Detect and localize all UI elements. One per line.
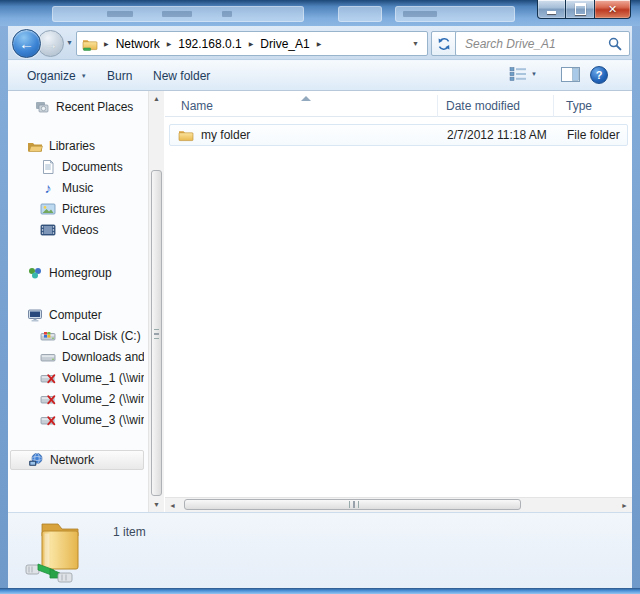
explorer-window: ✕ ← → ▼ ▶ Network ▶ 192.168.0.1 ▶ Drive_…	[0, 0, 640, 594]
refresh-button[interactable]	[431, 31, 457, 56]
titlebar-ghost-reflection	[338, 6, 382, 22]
new-folder-button[interactable]: New folder	[146, 65, 217, 87]
scroll-down-icon: ▼	[153, 501, 160, 508]
sidebar-item-computer[interactable]: Computer	[10, 305, 144, 325]
change-view-button[interactable]: ▼	[509, 66, 537, 82]
scroll-down-button[interactable]: ▼	[149, 497, 164, 512]
sidebar-item-label: Documents	[62, 160, 123, 174]
sidebar-item-label: Network	[50, 453, 94, 467]
scroll-up-button[interactable]: ▲	[149, 91, 164, 106]
column-label: Type	[566, 99, 592, 113]
address-band: ← → ▼ ▶ Network ▶ 192.168.0.1 ▶ Drive_A1…	[8, 26, 632, 60]
shared-folder-icon	[82, 36, 98, 52]
back-arrow-icon: ←	[19, 36, 34, 51]
breadcrumb-separator-icon: ▶	[161, 40, 178, 47]
breadcrumb-separator-icon: ▶	[311, 40, 328, 47]
sidebar-item-volume-1[interactable]: Volume_1 (\\win	[10, 368, 144, 388]
network-shared-folder-icon	[24, 516, 94, 589]
file-list-pane: Name Date modified Type my folder 2/7/20…	[165, 91, 632, 512]
views-icon	[509, 66, 527, 82]
breadcrumb-drive[interactable]: Drive_A1	[259, 35, 310, 53]
titlebar[interactable]: ✕	[0, 0, 640, 26]
sidebar-scrollbar[interactable]: ▲ ▼	[148, 91, 164, 512]
burn-label: Burn	[107, 69, 132, 83]
file-name: my folder	[201, 128, 250, 142]
help-button[interactable]: ?	[590, 66, 608, 84]
address-breadcrumb-bar[interactable]: ▶ Network ▶ 192.168.0.1 ▶ Drive_A1 ▶ ▼	[76, 31, 428, 56]
sidebar-item-label: Pictures	[62, 202, 105, 216]
sidebar-item-label: Local Disk (C:)	[62, 329, 141, 343]
sidebar-item-label: Downloads and M	[62, 350, 144, 364]
videos-icon	[40, 222, 56, 238]
forward-arrow-icon: →	[43, 36, 58, 51]
refresh-icon	[436, 36, 452, 52]
close-button[interactable]: ✕	[595, 0, 631, 19]
sidebar-item-label: Computer	[49, 308, 102, 322]
scroll-left-button[interactable]: ◄	[165, 498, 180, 513]
scrollbar-grip	[154, 329, 159, 339]
file-row-my-folder[interactable]: my folder 2/7/2012 11:18 AM File folder	[169, 124, 628, 146]
help-icon: ?	[596, 69, 603, 81]
sidebar-scrollbar-thumb[interactable]	[151, 170, 162, 496]
address-dropdown-caret-icon[interactable]: ▼	[412, 40, 419, 47]
sidebar-item-videos[interactable]: Videos	[10, 220, 144, 240]
sidebar-item-label: Libraries	[49, 139, 95, 153]
local-disk-icon	[40, 328, 56, 344]
sidebar-item-label: Volume_3 (\\win	[62, 413, 144, 427]
chevron-down-icon: ▼	[81, 73, 87, 79]
scroll-right-button[interactable]: ►	[617, 498, 632, 513]
sidebar-item-recent-places[interactable]: Recent Places	[10, 97, 144, 117]
minimize-button[interactable]	[537, 0, 566, 19]
file-type: File folder	[567, 128, 620, 142]
column-headers: Name Date modified Type	[165, 91, 632, 117]
column-header-name[interactable]: Name	[165, 95, 438, 117]
column-header-date-modified[interactable]: Date modified	[438, 95, 554, 117]
sidebar-item-local-disk-c[interactable]: Local Disk (C:)	[10, 326, 144, 346]
back-button[interactable]: ←	[12, 29, 41, 58]
sidebar-item-volume-2[interactable]: Volume_2 (\\win	[10, 389, 144, 409]
column-label: Name	[181, 99, 213, 113]
titlebar-ghost-reflection	[395, 6, 515, 22]
minimize-icon	[547, 11, 556, 14]
sort-ascending-icon	[301, 96, 311, 101]
pictures-icon	[40, 201, 56, 217]
column-label: Date modified	[446, 99, 520, 113]
titlebar-ghost-reflection	[52, 6, 304, 22]
forward-button[interactable]: →	[37, 30, 64, 57]
window-controls: ✕	[537, 0, 631, 19]
content-area: Recent Places Libraries Documents ♪ Musi…	[8, 91, 632, 512]
music-icon: ♪	[40, 180, 56, 196]
disconnected-drive-icon	[40, 370, 56, 386]
breadcrumb-separator-icon: ▶	[98, 40, 115, 47]
computer-icon	[27, 307, 43, 323]
sidebar-item-volume-3[interactable]: Volume_3 (\\win	[10, 410, 144, 430]
breadcrumb-network[interactable]: Network	[115, 35, 161, 53]
maximize-button[interactable]	[566, 0, 595, 19]
sidebar-item-label: Recent Places	[56, 100, 133, 114]
breadcrumb-host[interactable]: 192.168.0.1	[177, 35, 242, 53]
scroll-up-icon: ▲	[153, 95, 160, 102]
preview-pane-button[interactable]	[561, 67, 580, 82]
search-input[interactable]	[456, 37, 607, 51]
disconnected-drive-icon	[40, 391, 56, 407]
burn-button[interactable]: Burn	[100, 65, 139, 87]
scroll-left-icon: ◄	[169, 502, 176, 509]
sidebar-item-label: Volume_2 (\\win	[62, 392, 144, 406]
sidebar-item-pictures[interactable]: Pictures	[10, 199, 144, 219]
history-dropdown-caret-icon[interactable]: ▼	[66, 39, 73, 46]
organize-button[interactable]: Organize ▼	[20, 65, 94, 87]
scroll-right-icon: ►	[621, 502, 628, 509]
column-header-type[interactable]: Type	[554, 95, 632, 117]
search-icon[interactable]	[607, 36, 623, 52]
sidebar-item-libraries[interactable]: Libraries	[10, 136, 144, 156]
sidebar-item-downloads-drive[interactable]: Downloads and M	[10, 347, 144, 367]
sidebar-item-music[interactable]: ♪ Music	[10, 178, 144, 198]
search-box	[455, 31, 630, 56]
documents-icon	[40, 159, 56, 175]
sidebar-item-network[interactable]: Network	[10, 450, 144, 470]
horizontal-scrollbar[interactable]: ◄ ►	[165, 497, 632, 512]
sidebar-item-documents[interactable]: Documents	[10, 157, 144, 177]
sidebar-item-homegroup[interactable]: Homegroup	[10, 263, 144, 283]
horizontal-scrollbar-thumb[interactable]	[184, 499, 521, 510]
breadcrumb-separator-icon: ▶	[243, 40, 260, 47]
